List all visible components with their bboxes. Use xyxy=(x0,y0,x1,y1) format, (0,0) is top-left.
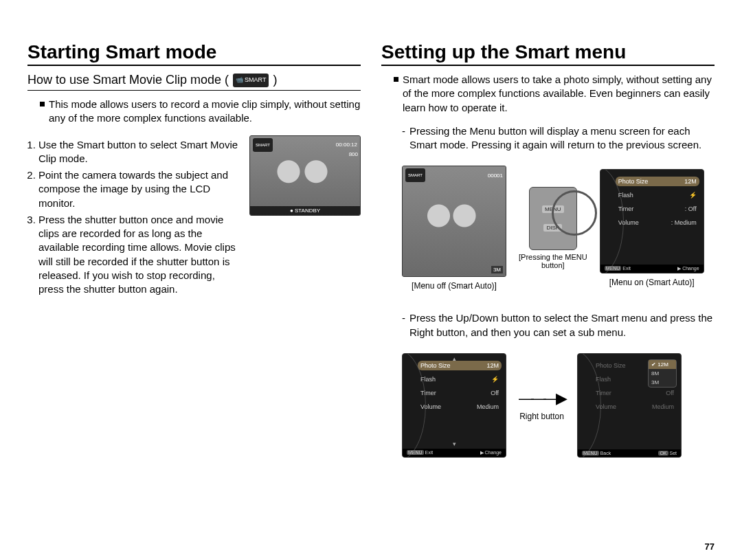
right-dash1: - Pressing the Menu button will display … xyxy=(402,124,715,153)
lcd-smart-icon: SMART xyxy=(253,138,273,152)
right-button-label: Right button xyxy=(519,412,564,421)
right-column: Setting up the Smart menu Smart mode all… xyxy=(381,41,715,546)
caption-pressing-menu-1: [Pressing the MENU xyxy=(519,253,587,261)
flash-icon: ⚡ xyxy=(689,192,697,199)
page-number: 77 xyxy=(705,541,715,552)
lcd-submenu: Photo Size Flash TimerOff VolumeMedium ✔… xyxy=(577,353,682,458)
right-dash2: - Press the Up/Down button to select the… xyxy=(402,311,715,339)
lcd-menu-off: SMART 00001 3M xyxy=(402,166,506,277)
lcd-menu-on: Photo Size12M Flash⚡ Timer: Off Volume: … xyxy=(600,169,704,273)
subtitle-prefix: How to use Smart Movie Clip mode ( xyxy=(27,73,229,87)
lcd-menu-select: ▴ Photo Size12M Flash⚡ TimerOff VolumeMe… xyxy=(402,353,506,458)
right-title: Setting up the Smart menu xyxy=(381,41,715,66)
caption-menu-off: [Menu off (Smart Auto)] xyxy=(412,281,497,291)
step-3: Press the shutter button once and movie … xyxy=(38,213,240,297)
steps-list: Use the Smart button to select Smart Mov… xyxy=(38,138,240,300)
lcd-resolution: 800 xyxy=(349,151,358,157)
caption-menu-on: [Menu on (Smart Auto)] xyxy=(609,278,695,287)
right-arrow-icon: ———▶ Right button xyxy=(519,390,565,421)
figure-row-2: ▴ Photo Size12M Flash⚡ TimerOff VolumeMe… xyxy=(402,353,715,458)
step-1: Use the Smart button to select Smart Mov… xyxy=(38,138,240,166)
flash-icon: ⚡ xyxy=(491,376,499,383)
smart-movie-icon: 📹SMART xyxy=(233,74,269,87)
lcd-smart-icon: SMART xyxy=(405,168,425,182)
left-subtitle: How to use Smart Movie Clip mode ( 📹SMAR… xyxy=(27,73,361,91)
square-bullet-icon xyxy=(40,102,45,107)
lcd-standby: ● STANDBY xyxy=(250,206,360,215)
lcd-res-badge: 3M xyxy=(491,266,503,273)
movie-mode-lcd: SMART 00:00:12 800 ● STANDBY xyxy=(249,135,361,216)
right-intro: Smart mode allows users to take a photo … xyxy=(394,73,715,115)
camera-back-illustration: MENU DISP xyxy=(529,187,577,250)
lcd-shots: 00001 xyxy=(488,172,503,179)
left-title: Starting Smart mode xyxy=(27,41,361,66)
step-2: Point the camera towards the subject and… xyxy=(38,168,240,210)
submenu-popup: ✔ 12M 8M 3M xyxy=(648,359,677,388)
lcd-timer: 00:00:12 xyxy=(336,142,357,148)
subtitle-suffix: ) xyxy=(273,73,277,87)
square-bullet-icon xyxy=(394,77,398,82)
caption-pressing-menu-2: button] xyxy=(541,261,565,269)
left-intro: This mode allows users to record a movie… xyxy=(40,98,361,126)
left-column: Starting Smart mode How to use Smart Mov… xyxy=(27,41,361,546)
figure-row-1: SMART 00001 3M [Menu off (Smart Auto)] M… xyxy=(402,166,715,291)
